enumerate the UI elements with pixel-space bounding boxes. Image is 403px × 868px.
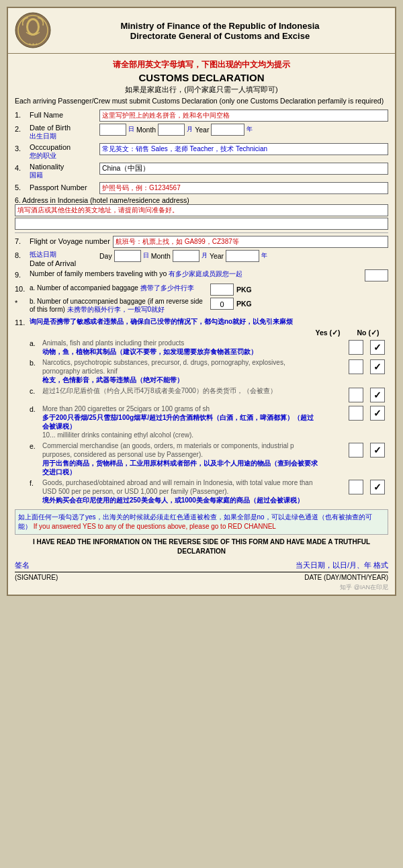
- item-c: c. 超过1亿印尼盾价值（约合人民币4万8或者美金7000）的各类货币，（会被查…: [30, 386, 388, 402]
- arrival-month-input[interactable]: [173, 250, 199, 262]
- yes-label: Yes (✓): [311, 329, 345, 337]
- field7-label: Flight or Voyage number: [30, 236, 110, 245]
- form-body: 请全部用英文字母填写，下图出现的中文均为提示 CUSTOMS DECLARATI…: [8, 54, 395, 595]
- field1-num: 1.: [15, 110, 27, 119]
- field-baggage-b: * b. Number of unaccompanied baggage (if…: [15, 298, 388, 314]
- arrival-day-input[interactable]: [114, 250, 141, 262]
- item-a: a. Animals, fish and plants including th…: [30, 339, 388, 356]
- item-a-yn: ✓: [321, 339, 388, 355]
- baggage-a-input[interactable]: [210, 284, 234, 296]
- item-b-yn: ✓: [321, 358, 388, 374]
- dob-date-row: 日 Month 月 Year 年: [99, 124, 388, 136]
- field3-label: Occcupation: [30, 142, 71, 151]
- field4-cn: 国籍: [30, 171, 97, 180]
- occupation-input[interactable]: 常见英文：销售 Sales，老师 Teacher，技术 Technician: [99, 143, 388, 155]
- item-d-no-box[interactable]: ✓: [370, 406, 385, 421]
- field-nationality: 4. Nationality 国籍 China（中国）: [15, 163, 388, 180]
- item-d: d. More than 200 cigarettes or 25cigars …: [30, 404, 388, 439]
- item-e-yes-box[interactable]: [349, 443, 363, 458]
- item-c-text: 超过1亿印尼盾价值（约合人民币4万8或者美金7000）的各类货币，（会被查）: [42, 386, 318, 395]
- sig-label-en: (SIGNATURE): [15, 574, 58, 581]
- item-b-no-box[interactable]: ✓: [370, 359, 385, 374]
- form-title: CUSTOMS DECLARATION: [15, 72, 388, 83]
- field7-num: 7.: [15, 236, 27, 245]
- field1-label: Full Name: [30, 110, 97, 119]
- field10b-label: b. Number of unaccompanied baggage (if a…: [30, 298, 208, 314]
- svg-text:✦✦✦: ✦✦✦: [28, 42, 38, 46]
- item-e-text: Commercial merchandise (an goods, orders…: [42, 441, 318, 476]
- field6-label: 6. Address in Indonesia (hotel name/resi…: [15, 196, 189, 204]
- header-text: Ministry of Finance of the Republic of I…: [52, 21, 388, 41]
- fullname-input[interactable]: 这里写护照上的姓名拼音，姓和名中间空格: [99, 110, 388, 122]
- item-b-yes-box[interactable]: [349, 359, 363, 374]
- section11: 11. 询问是否携带了敏感或者违禁品，确保自己没带的情况下，都勾选no就好，以免…: [15, 317, 388, 507]
- yn-header: Yes (✓) No (✓): [30, 329, 388, 337]
- item-c-yn: ✓: [321, 386, 388, 402]
- field8-num: 8.: [15, 250, 27, 259]
- svg-point-3: [28, 20, 38, 34]
- item-e: e. Commercial merchandise (an goods, ord…: [30, 441, 388, 476]
- field9-label: Number of family members traveling with …: [30, 269, 362, 279]
- field10a-label: a. Number of accompanied baggage 携带了多少件行…: [30, 284, 208, 293]
- field3-cn: 您的职业: [30, 151, 97, 161]
- arrival-day-label: Day: [99, 252, 112, 260]
- field-fullname: 1. Full Name 这里写护照上的姓名拼音，姓和名中间空格: [15, 110, 388, 122]
- item-d-yn: ✓: [321, 404, 388, 421]
- item-c-yes-box[interactable]: [349, 388, 363, 402]
- family-count-input[interactable]: [365, 269, 388, 281]
- item-f-no-box[interactable]: ✓: [370, 480, 385, 494]
- watermark: 知乎 @IAN在印尼: [15, 583, 388, 592]
- sig-line: (SIGNATURE) DATE (DAY/MONTH/YEAR): [15, 572, 388, 581]
- item-d-yes-box[interactable]: [349, 406, 363, 421]
- address-input-2[interactable]: [15, 218, 388, 230]
- dob-year-input[interactable]: [211, 124, 244, 136]
- instruction: Each arriving Passenger/Crew must submit…: [15, 97, 388, 106]
- field2-cn: 出生日期: [30, 132, 97, 141]
- field4-label: Nationality: [30, 161, 64, 171]
- field5-num: 5.: [15, 182, 27, 191]
- item-b: b. Narcotics, psychotropic substances, p…: [30, 358, 388, 384]
- field-baggage-a: 10. a. Number of accompanied baggage 携带了…: [15, 284, 388, 296]
- signature-row: 签名 当天日期，以日/月、年 格式: [15, 560, 388, 570]
- header: ✦✦✦ Ministry of Finance of the Republic …: [8, 8, 395, 54]
- no-label: No (✓): [351, 329, 385, 337]
- section11-num: 11.: [15, 317, 27, 327]
- red-notice: 请全部用英文字母填写，下图出现的中文均为提示: [15, 59, 388, 71]
- item-e-no-box[interactable]: ✓: [370, 443, 385, 458]
- item-b-text: Narcotics, psychotropic substances, prec…: [42, 358, 318, 384]
- field3-num: 3.: [15, 143, 27, 153]
- field2-num: 2.: [15, 124, 27, 133]
- item-a-text: Animals, fish and plants including their…: [42, 339, 318, 356]
- dob-day-input[interactable]: [99, 124, 126, 136]
- arrival-date-row: Day 日 Month 月 Year 年: [99, 250, 388, 262]
- form-container: ✦✦✦ Ministry of Finance of the Republic …: [7, 7, 396, 596]
- sig-date-cn: 当天日期，以日/月、年 格式: [296, 560, 388, 570]
- sig-label-cn: 签名: [15, 560, 30, 570]
- field-passport: 5. Passport Number 护照号码，例：G1234567: [15, 182, 388, 194]
- declaration-text: I HAVE READ THE INFORMATION ON THE REVER…: [15, 537, 388, 556]
- baggage-b-input[interactable]: 0: [210, 298, 234, 310]
- arrival-year-input[interactable]: [226, 250, 259, 262]
- baggage-a-pkg: PKG: [210, 284, 388, 296]
- field10-num: 10.: [15, 284, 27, 293]
- item-f-yes-box[interactable]: [349, 480, 363, 494]
- item-e-yn: ✓: [321, 441, 388, 458]
- address-input-1[interactable]: 填写酒店或其他住处的英文地址，请提前询问准备好。: [15, 204, 388, 216]
- field-flight: 7. Flight or Voyage number 航班号：机票上找，如 GA…: [15, 236, 388, 248]
- nationality-input[interactable]: China（中国）: [99, 163, 388, 175]
- item-c-no-box[interactable]: ✓: [370, 388, 385, 402]
- dob-month-input[interactable]: [158, 124, 185, 136]
- field5-label: Passport Number: [30, 182, 97, 191]
- passport-input[interactable]: 护照号码，例：G1234567: [99, 182, 388, 194]
- header-line1: Ministry of Finance of the Republic of I…: [52, 21, 388, 31]
- baggage-b-pkg: 0 PKG: [210, 298, 388, 310]
- field-arrival: 8. 抵达日期 Date of Arrival Day 日 Month 月 Ye…: [15, 250, 388, 267]
- item-a-no-box[interactable]: ✓: [370, 340, 385, 355]
- item-f-text: Goods, purchased/obtained abroad and wil…: [42, 478, 318, 505]
- header-line2: Directorate General of Customs and Excis…: [52, 31, 388, 41]
- item-d-text: More than 200 cigarettes or 25cigars or …: [42, 404, 318, 439]
- flight-input[interactable]: 航班号：机票上找，如 GA899，CZ387等: [113, 236, 388, 248]
- field4-num: 4.: [15, 163, 27, 172]
- field8-label: Date of Arrival: [30, 258, 76, 267]
- item-a-yes-box[interactable]: [349, 340, 363, 355]
